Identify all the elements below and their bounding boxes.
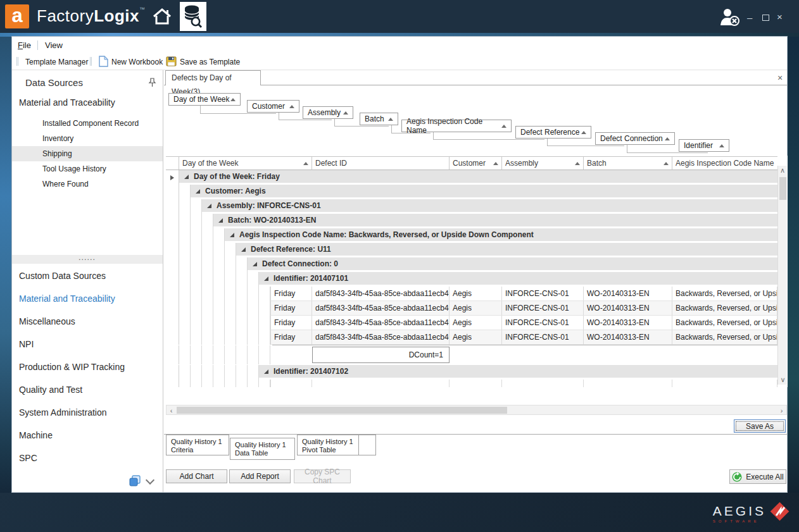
collapse-group-icon[interactable] (207, 204, 211, 208)
column-header-aegis-inspection-code-name[interactable]: Aegis Inspection Code Name (672, 157, 777, 170)
sidebar-item-inventory[interactable]: Inventory (12, 131, 163, 146)
group-row-identifier-next[interactable]: Identifier: 201407102 (166, 365, 777, 380)
group-field-day-of-the-week[interactable]: Day of the Week (168, 93, 241, 106)
sort-asc-icon (665, 137, 670, 140)
group-field-defect-connection[interactable]: Defect Connection (595, 132, 675, 145)
aegis-software-logo: AEGIS SOFTWARE (713, 502, 790, 524)
group-field-identifier[interactable]: Identifier (679, 139, 729, 152)
aegis-a-logo: a (5, 4, 29, 28)
sidebar-splitter[interactable]: ...... (12, 255, 163, 264)
save-as-template-button[interactable]: Save as Template (180, 58, 240, 66)
collapse-group-icon[interactable] (218, 218, 223, 223)
save-as-template-icon (166, 56, 177, 68)
table-row[interactable]: Friday daf5f843-34fb-45aa-85ce-abdaa11ec… (166, 330, 777, 345)
group-row-customer[interactable]: Customer: Aegis (166, 185, 777, 199)
scroll-right-icon[interactable]: › (777, 406, 786, 415)
view-tab-pivot-table[interactable]: Quality History 1 Pivot Table (297, 435, 359, 455)
group-field-batch[interactable]: Batch (360, 113, 398, 125)
category-miscellaneous[interactable]: Miscellaneous (19, 316, 75, 326)
maximize-button[interactable] (762, 15, 769, 21)
add-chart-button[interactable]: Add Chart (166, 469, 227, 483)
group-row-identifier[interactable]: Identifier: 201407101 (166, 272, 777, 287)
sidebar-item-installed-component-record[interactable]: Installed Component Record (12, 116, 163, 131)
group-row-defect-reference[interactable]: Defect Reference: U11 (166, 243, 777, 257)
new-workbook-button[interactable]: New Workbook (111, 58, 163, 66)
group-field-customer[interactable]: Customer (247, 100, 299, 113)
data-grid: Day of the Week Defect ID Customer Assem… (164, 156, 788, 387)
row-indicator-header (166, 157, 179, 170)
collapse-group-icon[interactable] (253, 262, 257, 266)
group-field-defect-reference[interactable]: Defect Reference (515, 126, 591, 139)
collapse-group-icon[interactable] (184, 175, 189, 179)
group-row-batch[interactable]: Batch: WO-20140313-EN (166, 214, 777, 228)
category-quality-and-test[interactable]: Quality and Test (19, 385, 82, 395)
close-window-button[interactable]: × (777, 12, 783, 22)
execute-all-button[interactable]: Execute All (729, 469, 786, 484)
category-custom-data-sources[interactable]: Custom Data Sources (19, 271, 106, 281)
category-system-administration[interactable]: System Administration (19, 407, 107, 418)
collapse-group-icon[interactable] (264, 369, 268, 374)
document-tab-defects-by-day-of-week[interactable]: Defects by Day of Week(3) (165, 70, 261, 85)
title-bar: a FactoryLogix™ (0, 0, 799, 33)
column-header-batch[interactable]: Batch (584, 157, 672, 170)
layers-icon[interactable] (129, 474, 141, 489)
category-npi[interactable]: NPI (19, 339, 34, 349)
category-machine[interactable]: Machine (19, 430, 53, 440)
close-tab-icon[interactable]: × (777, 73, 783, 83)
category-production-wip-tracking[interactable]: Production & WIP Tracking (19, 362, 125, 372)
sidebar-item-shipping-selected[interactable]: Shipping (12, 146, 163, 161)
home-icon[interactable] (152, 8, 172, 27)
category-material-and-traceability-active[interactable]: Material and Traceability (19, 294, 115, 304)
group-row-assembly[interactable]: Assembly: INFORCE-CNS-01 (166, 199, 777, 214)
table-row[interactable]: Friday daf5f843-34fb-45aa-85ce-abdaa11ec… (166, 316, 777, 330)
window-frame-right (788, 37, 799, 493)
template-manager-button[interactable]: Template Manager (25, 58, 88, 66)
add-report-button[interactable]: Add Report (229, 469, 291, 483)
view-tab-data-table-active[interactable]: Quality History 1 Data Table (230, 438, 295, 460)
group-field-assembly[interactable]: Assembly (303, 106, 353, 119)
collapse-group-icon[interactable] (241, 247, 246, 252)
column-header-defect-id[interactable]: Defect ID (312, 157, 450, 170)
sort-asc-icon (575, 162, 580, 165)
collapse-group-icon[interactable] (196, 189, 200, 194)
collapse-group-icon[interactable] (230, 233, 234, 237)
toolbar-divider (12, 70, 787, 70)
brand-title: FactoryLogix™ (37, 6, 146, 26)
copy-spc-chart-button[interactable]: Copy SPC Chart (294, 469, 351, 483)
sidebar-item-where-found[interactable]: Where Found (12, 176, 163, 192)
sidebar-group-title[interactable]: Material and Traceability (19, 97, 115, 108)
logout-user-icon[interactable] (719, 8, 741, 28)
scroll-down-icon[interactable]: ∨ (778, 375, 788, 384)
vertical-scrollbar-thumb[interactable] (779, 177, 786, 200)
pin-icon[interactable] (148, 78, 156, 89)
vertical-scrollbar[interactable]: ∧ ∨ (777, 166, 787, 385)
table-row[interactable]: Friday daf5f843-34fb-45aa-85ce-abdaa11ec… (166, 287, 777, 301)
group-row-day-of-week[interactable]: Day of the Week: Friday (166, 170, 777, 185)
column-header-assembly[interactable]: Assembly (502, 157, 584, 170)
category-spc[interactable]: SPC (19, 453, 37, 463)
sort-asc-icon (388, 118, 393, 121)
save-as-button[interactable]: Save As (734, 419, 786, 433)
sort-asc-icon (581, 131, 586, 134)
sidebar-item-tool-usage-history[interactable]: Tool Usage History (12, 161, 163, 176)
group-row-defect-connection[interactable]: Defect Connection: 0 (166, 257, 777, 272)
table-row-partial (166, 380, 777, 387)
horizontal-scrollbar[interactable]: ‹ › (166, 405, 787, 415)
column-header-customer[interactable]: Customer (450, 157, 502, 170)
view-tab-new[interactable] (358, 435, 376, 455)
scroll-up-icon[interactable]: ∧ (778, 166, 787, 175)
minimize-button[interactable]: – (747, 13, 752, 22)
group-field-aegis-inspection-code-name[interactable]: Aegis Inspection Code Name (401, 120, 512, 132)
view-tab-criteria[interactable]: Quality History 1 Criteria (166, 435, 229, 455)
column-header-day-of-the-week[interactable]: Day of the Week (179, 157, 312, 170)
group-row-inspection-code[interactable]: Aegis Inspection Code Name: Backwards, R… (166, 228, 777, 243)
menu-file[interactable]: File (18, 40, 31, 50)
scroll-left-icon[interactable]: ‹ (167, 406, 176, 415)
table-row[interactable]: Friday daf5f843-34fb-45aa-85ce-abdaa11ec… (166, 301, 777, 316)
collapse-group-icon[interactable] (264, 276, 268, 281)
data-analysis-tool-button[interactable] (180, 2, 206, 31)
sort-asc-icon (343, 111, 348, 114)
menu-view[interactable]: View (45, 40, 63, 50)
toolbar-grip (90, 57, 92, 66)
horizontal-scrollbar-thumb[interactable] (177, 407, 507, 414)
